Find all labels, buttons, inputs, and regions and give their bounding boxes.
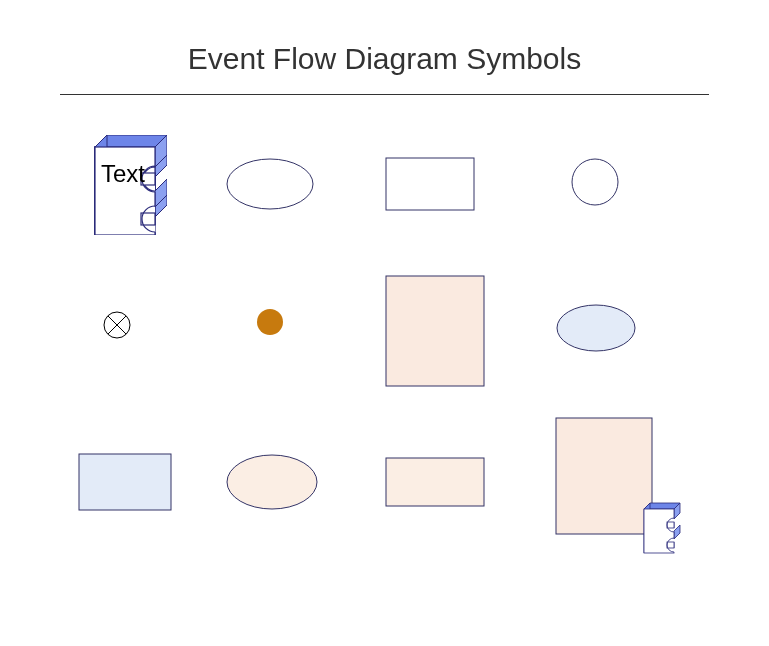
symbol-3d-class: Text (75, 135, 167, 235)
symbol-grid: Text (0, 95, 769, 595)
symbol-circle-outline (570, 157, 620, 207)
svg-rect-25 (386, 276, 484, 386)
symbol-rectangle-outline (385, 157, 475, 211)
symbol-rectangle-peach (385, 457, 485, 507)
svg-point-24 (257, 309, 283, 335)
symbol-ellipse-outline (225, 157, 315, 211)
svg-rect-29 (386, 458, 484, 506)
svg-point-18 (227, 159, 313, 209)
symbol-ellipse-blue (555, 303, 637, 353)
svg-marker-14 (155, 179, 167, 207)
svg-point-26 (557, 305, 635, 351)
symbol-circle-cross (102, 310, 132, 340)
svg-rect-27 (79, 454, 171, 510)
svg-rect-41 (667, 522, 674, 528)
diagram-title: Event Flow Diagram Symbols (0, 0, 769, 76)
svg-rect-30 (556, 418, 652, 534)
svg-rect-19 (386, 158, 474, 210)
symbol-dot-filled (255, 307, 285, 337)
symbol-ellipse-peach (225, 453, 319, 511)
svg-marker-39 (674, 525, 680, 539)
symbol-rectangle-pink-large (385, 275, 485, 387)
svg-point-20 (572, 159, 618, 205)
symbol-3d-class-label: Text (101, 161, 145, 187)
svg-rect-42 (667, 542, 674, 548)
symbol-rectangle-blue (78, 453, 172, 511)
symbol-rectangle-pink-with-e (548, 417, 688, 557)
svg-point-28 (227, 455, 317, 509)
